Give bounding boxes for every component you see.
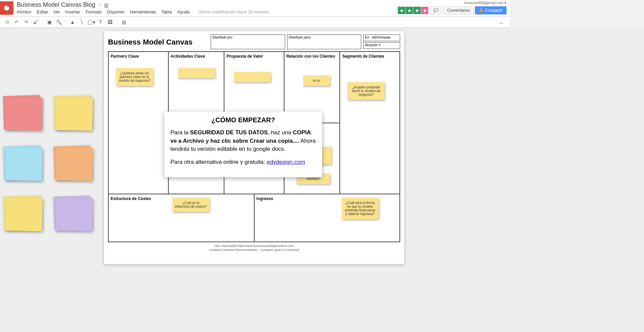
select-icon[interactable]: ▲ bbox=[68, 18, 76, 26]
last-modified[interactable]: Última modificación hace 29 minutos bbox=[198, 9, 269, 14]
postit-activities[interactable] bbox=[178, 68, 215, 78]
cell-revenue[interactable]: Ingresos ¿Cuál será la forma en que tu m… bbox=[255, 194, 400, 242]
toolbar: ⎙ ↶ ↷ 🖌 ▣ 🔍 ▲ ╲ ◯▾ T 🖼 ▤ ︽ bbox=[0, 17, 510, 28]
designed-for-box[interactable]: Diseñado para: bbox=[287, 35, 362, 49]
line-icon[interactable]: ╲ bbox=[78, 18, 86, 26]
star-icon[interactable]: ☆ bbox=[98, 2, 102, 8]
cell-segments[interactable]: Segmento de Clientes ¿A quién pretende s… bbox=[340, 52, 399, 194]
iteration-box[interactable]: Iteración # bbox=[363, 42, 400, 49]
avatar[interactable]: ◆ bbox=[406, 7, 413, 14]
menubar: Archivo Editar Ver Insertar Formato Disp… bbox=[17, 8, 269, 16]
print-icon[interactable]: ⎙ bbox=[3, 18, 11, 26]
redo-icon[interactable]: ↷ bbox=[22, 18, 30, 26]
postit-value[interactable] bbox=[234, 72, 271, 82]
avatar[interactable]: ◆ bbox=[398, 7, 405, 14]
avatar[interactable]: ◆ bbox=[421, 7, 428, 14]
comment-icon[interactable]: ▤ bbox=[120, 18, 128, 26]
app-logo-icon[interactable] bbox=[0, 1, 13, 15]
image-icon[interactable]: 🖼 bbox=[106, 18, 114, 26]
menu-ayuda[interactable]: Ayuda bbox=[177, 9, 190, 14]
doc-title[interactable]: Business Model Canvas Blog bbox=[17, 1, 95, 8]
avatar[interactable]: ◆ bbox=[413, 7, 421, 14]
share-button[interactable]: 🔒Compartir bbox=[475, 6, 506, 14]
lock-icon: 🔒 bbox=[479, 8, 484, 13]
postit-relations[interactable]: en tu bbox=[303, 75, 330, 86]
postit-costs[interactable]: ¿Cuál es tu estructura de costes? bbox=[172, 198, 209, 212]
overlay-paragraph-2: Para otra alternativa online y gratuita:… bbox=[170, 158, 316, 167]
menu-tabla[interactable]: Tabla bbox=[161, 9, 172, 14]
shape-icon[interactable]: ◯▾ bbox=[87, 18, 95, 26]
canvas-footer: Alex Osterwalder http://www.businessmode… bbox=[108, 244, 400, 252]
designed-by-box[interactable]: Diseñado por: bbox=[211, 35, 285, 49]
textbox-icon[interactable]: T bbox=[97, 18, 105, 26]
comments-button[interactable]: Comentarios bbox=[443, 6, 474, 14]
date-box[interactable]: En: dd/mm/aaaa bbox=[363, 35, 400, 41]
collapse-toolbar-icon[interactable]: ︽ bbox=[499, 19, 504, 25]
palette-note[interactable] bbox=[55, 97, 93, 131]
postit-segments[interactable]: ¿A quién pretende servir tu modelo de ne… bbox=[347, 82, 384, 100]
zoom-icon[interactable]: 🔍 bbox=[55, 18, 63, 26]
overlay-title: ¿CÓMO EMPEZAR? bbox=[170, 116, 316, 124]
palette-note[interactable] bbox=[55, 198, 93, 231]
presence-avatars: ◆ ◆ ◆ ◆ bbox=[398, 7, 428, 14]
palette-note[interactable] bbox=[5, 198, 43, 231]
menu-archivo[interactable]: Archivo bbox=[17, 9, 31, 14]
menu-editar[interactable]: Editar bbox=[37, 9, 48, 14]
undo-icon[interactable]: ↶ bbox=[13, 18, 21, 26]
menu-disponer[interactable]: Disponer bbox=[107, 9, 124, 14]
palette-note[interactable] bbox=[5, 147, 43, 181]
menu-herramientas[interactable]: Herramientas bbox=[130, 9, 156, 14]
cell-costs[interactable]: Estructura de Costes ¿Cuál es tu estruct… bbox=[109, 194, 255, 242]
overlay-link[interactable]: edvdesign.com bbox=[267, 159, 305, 165]
paint-format-icon[interactable]: 🖌 bbox=[32, 18, 40, 26]
palette-note[interactable] bbox=[55, 147, 93, 181]
zoom-fit-icon[interactable]: ▣ bbox=[45, 18, 53, 26]
palette-note[interactable] bbox=[5, 97, 43, 131]
menu-ver[interactable]: Ver bbox=[53, 9, 60, 14]
user-email[interactable]: mmacias68@gmail.com ▾ bbox=[464, 1, 506, 5]
menu-insertar[interactable]: Insertar bbox=[65, 9, 80, 14]
overlay-paragraph-1: Para la SEGURIDAD DE TUS DATOS, haz una … bbox=[170, 129, 316, 153]
titlebar: Business Model Canvas Blog ☆ ▆ Archivo E… bbox=[0, 0, 510, 16]
postit-partners[interactable]: ¿Quiénes serán los partners clave en tu … bbox=[116, 68, 153, 86]
chat-icon[interactable]: 💬 bbox=[430, 6, 442, 14]
svg-point-0 bbox=[4, 6, 9, 11]
workspace[interactable]: Business Model Canvas Diseñado por: Dise… bbox=[0, 28, 510, 265]
folder-icon[interactable]: ▆ bbox=[104, 2, 108, 8]
canvas-title: Business Model Canvas bbox=[108, 35, 209, 47]
app-header: Business Model Canvas Blog ☆ ▆ Archivo E… bbox=[0, 0, 510, 17]
postit-revenue[interactable]: ¿Cuál será la forma en que tu modelo pre… bbox=[342, 198, 379, 219]
menu-formato[interactable]: Formato bbox=[86, 9, 102, 14]
instructions-overlay[interactable]: ¿CÓMO EMPEZAR? Para la SEGURIDAD DE TUS … bbox=[164, 112, 322, 177]
cell-partners[interactable]: Partners Clave ¿Quiénes serán los partne… bbox=[109, 52, 169, 194]
